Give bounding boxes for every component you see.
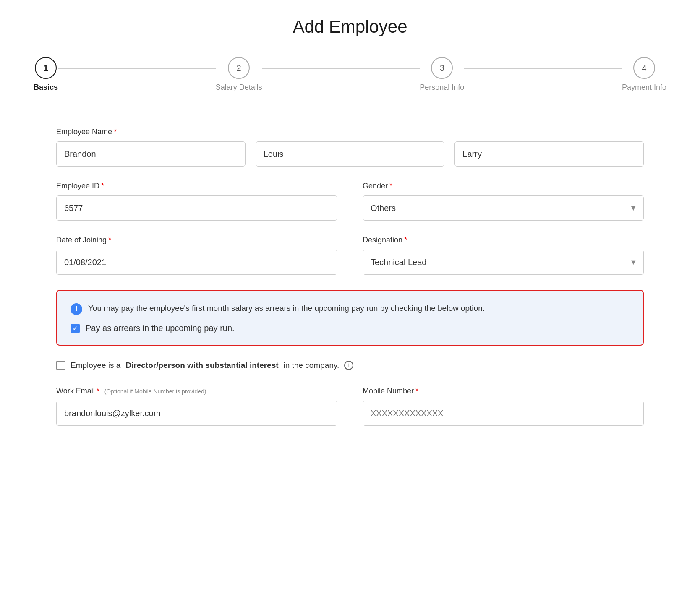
director-label-pre: Employee is a xyxy=(71,361,120,370)
gender-select[interactable]: Male Female Others xyxy=(363,195,644,221)
required-star-mobile: * xyxy=(415,387,418,396)
gender-label: Gender * xyxy=(363,182,644,190)
step-connector-1 xyxy=(58,68,216,69)
page-title: Add Employee xyxy=(34,17,666,37)
step-3[interactable]: 3 Personal Info xyxy=(420,57,464,92)
doj-input[interactable] xyxy=(56,250,337,275)
work-email-input[interactable] xyxy=(56,401,337,426)
step-2[interactable]: 2 Salary Details xyxy=(216,57,262,92)
required-star-doj: * xyxy=(108,236,111,245)
work-email-label: Work Email * (Optional if Mobile Number … xyxy=(56,387,337,396)
arrears-info-box: i You may pay the employee's first month… xyxy=(56,290,644,346)
step-2-label: Salary Details xyxy=(216,83,262,92)
arrears-checkbox[interactable] xyxy=(71,324,80,333)
step-connector-2 xyxy=(262,68,420,69)
section-divider xyxy=(34,109,666,109)
employee-id-gender-row: Employee ID * Gender * Male Female Other… xyxy=(56,182,644,221)
arrears-checkbox-row[interactable]: Pay as arrears in the upcoming pay run. xyxy=(71,323,629,333)
gender-field: Gender * Male Female Others ▼ xyxy=(363,182,644,221)
doj-designation-row: Date of Joining * Designation * Technica… xyxy=(56,236,644,275)
step-4-label: Payment Info xyxy=(622,83,666,92)
gender-select-wrapper: Male Female Others ▼ xyxy=(363,195,644,221)
last-name-input[interactable] xyxy=(454,141,644,167)
designation-field: Designation * Technical Lead Manager Dev… xyxy=(363,236,644,275)
step-1[interactable]: 1 Basics xyxy=(34,57,58,92)
step-1-label: Basics xyxy=(34,83,58,92)
director-row: Employee is a Director/person with subst… xyxy=(56,361,644,370)
step-4-circle: 4 xyxy=(633,57,655,79)
director-info-icon[interactable]: i xyxy=(344,361,353,370)
director-label-post: in the company. xyxy=(284,361,340,370)
director-bold-text: Director/person with substantial interes… xyxy=(125,361,278,370)
required-star-designation: * xyxy=(404,236,407,245)
employee-name-label: Employee Name * xyxy=(56,128,644,136)
director-checkbox[interactable] xyxy=(56,361,65,370)
step-1-circle: 1 xyxy=(35,57,57,79)
required-star-email: * xyxy=(97,387,99,396)
doj-label: Date of Joining * xyxy=(56,236,337,245)
designation-select-wrapper: Technical Lead Manager Developer Designe… xyxy=(363,250,644,275)
doj-field: Date of Joining * xyxy=(56,236,337,275)
step-3-circle: 3 xyxy=(431,57,453,79)
info-message: i You may pay the employee's first month… xyxy=(71,302,629,315)
first-name-input[interactable] xyxy=(56,141,246,167)
step-4[interactable]: 4 Payment Info xyxy=(622,57,666,92)
step-2-circle: 2 xyxy=(228,57,250,79)
employee-id-label: Employee ID * xyxy=(56,182,337,190)
designation-label: Designation * xyxy=(363,236,644,245)
required-star-id: * xyxy=(101,182,104,190)
stepper: 1 Basics 2 Salary Details 3 Personal Inf… xyxy=(34,57,666,92)
employee-id-input[interactable] xyxy=(56,195,337,221)
step-connector-3 xyxy=(464,68,622,69)
info-icon: i xyxy=(71,303,82,315)
employee-id-field: Employee ID * xyxy=(56,182,337,221)
work-email-field: Work Email * (Optional if Mobile Number … xyxy=(56,387,337,426)
mobile-label: Mobile Number * xyxy=(363,387,644,396)
contact-row: Work Email * (Optional if Mobile Number … xyxy=(56,387,644,426)
required-star-gender: * xyxy=(389,182,392,190)
form-container: Employee Name * Employee ID * Gender * M… xyxy=(56,128,644,426)
mobile-field: Mobile Number * xyxy=(363,387,644,426)
name-row xyxy=(56,141,644,167)
step-3-label: Personal Info xyxy=(420,83,464,92)
mobile-input[interactable] xyxy=(363,401,644,426)
designation-select[interactable]: Technical Lead Manager Developer Designe… xyxy=(363,250,644,275)
middle-name-input[interactable] xyxy=(256,141,445,167)
required-star-name: * xyxy=(114,128,117,136)
